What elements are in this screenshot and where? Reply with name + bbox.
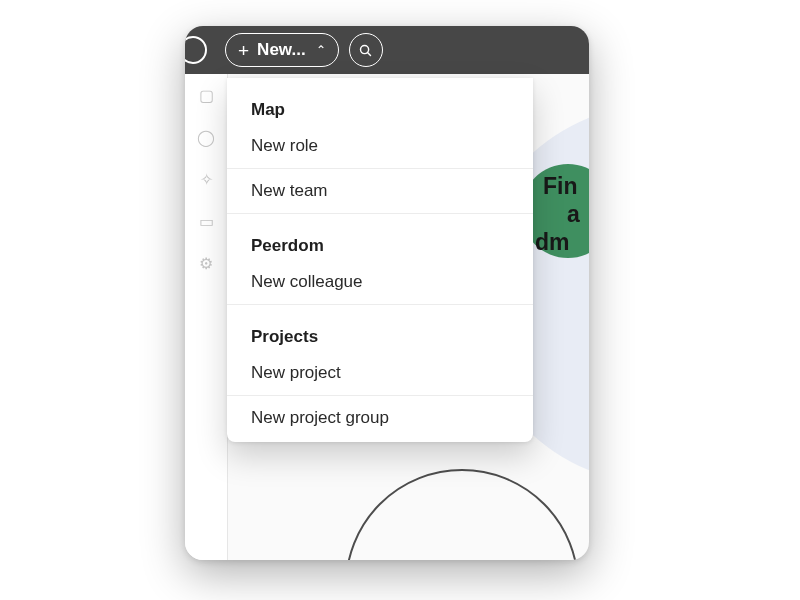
new-button[interactable]: + New... ⌃: [225, 33, 339, 67]
bg-circle-outline: [345, 469, 579, 560]
left-icon-rail: ▢ ◯ ✧ ▭ ⚙: [185, 74, 228, 560]
rail-icon-3[interactable]: ✧: [185, 158, 227, 200]
rail-icon-5[interactable]: ⚙: [185, 242, 227, 284]
chevron-up-icon: ⌃: [316, 43, 326, 57]
bg-label-1: Fin: [543, 173, 578, 200]
menu-item-new-project[interactable]: New project: [227, 351, 533, 396]
rail-icon-1[interactable]: ▢: [185, 74, 227, 116]
toolbar: + New... ⌃: [185, 26, 589, 74]
dropdown-group-heading: Map: [227, 78, 533, 124]
menu-item-new-project-group[interactable]: New project group: [227, 396, 533, 440]
menu-item-new-team[interactable]: New team: [227, 169, 533, 214]
dropdown-group-heading: Projects: [227, 305, 533, 351]
bg-label-2: a: [567, 201, 580, 228]
menu-item-new-role[interactable]: New role: [227, 124, 533, 169]
avatar[interactable]: [185, 36, 207, 64]
plus-icon: +: [238, 41, 249, 60]
search-button[interactable]: [349, 33, 383, 67]
menu-item-new-colleague[interactable]: New colleague: [227, 260, 533, 305]
search-icon: [358, 43, 373, 58]
rail-icon-4[interactable]: ▭: [185, 200, 227, 242]
bg-label-3: dm: [535, 229, 570, 256]
rail-icon-2[interactable]: ◯: [185, 116, 227, 158]
svg-line-1: [368, 52, 371, 55]
new-button-label: New...: [257, 40, 306, 60]
new-dropdown-panel: Map New role New team Peerdom New collea…: [227, 78, 533, 442]
dropdown-group-heading: Peerdom: [227, 214, 533, 260]
app-window: + New... ⌃ Fin a dm ▢ ◯ ✧ ▭ ⚙: [185, 26, 589, 560]
